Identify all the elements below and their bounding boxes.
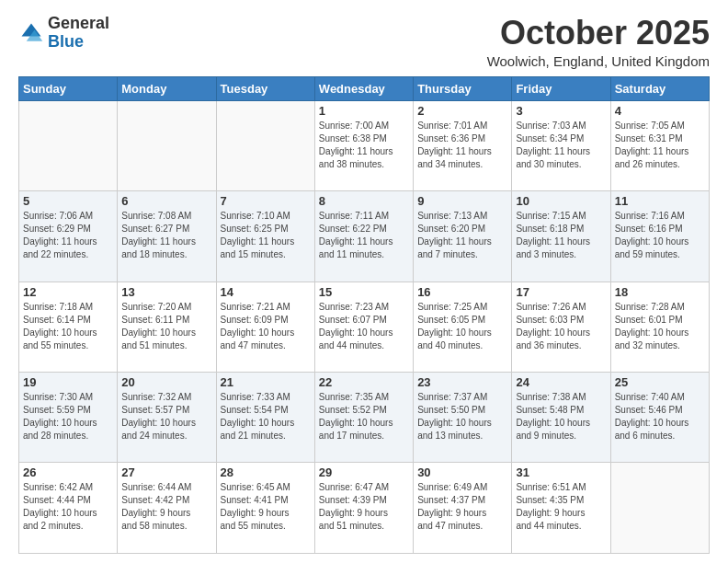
calendar-day-cell: 11Sunrise: 7:16 AM Sunset: 6:16 PM Dayli… [610, 191, 709, 282]
day-number: 27 [121, 465, 211, 479]
day-info: Sunrise: 6:44 AM Sunset: 4:42 PM Dayligh… [121, 481, 211, 533]
day-number: 12 [23, 285, 113, 299]
day-info: Sunrise: 7:23 AM Sunset: 6:07 PM Dayligh… [319, 301, 409, 352]
calendar-day-cell: 31Sunrise: 6:51 AM Sunset: 4:35 PM Dayli… [512, 463, 610, 554]
calendar-day-header: Sunday [19, 76, 118, 100]
day-info: Sunrise: 7:08 AM Sunset: 6:27 PM Dayligh… [121, 210, 211, 261]
calendar-day-cell: 26Sunrise: 6:42 AM Sunset: 4:44 PM Dayli… [19, 463, 118, 554]
day-number: 5 [23, 194, 113, 208]
day-info: Sunrise: 7:20 AM Sunset: 6:11 PM Dayligh… [121, 301, 211, 352]
day-info: Sunrise: 7:10 AM Sunset: 6:25 PM Dayligh… [221, 210, 311, 261]
calendar-day-cell: 24Sunrise: 7:38 AM Sunset: 5:48 PM Dayli… [512, 373, 610, 463]
calendar-day-cell [216, 100, 314, 190]
day-number: 11 [615, 194, 705, 208]
day-info: Sunrise: 6:49 AM Sunset: 4:37 PM Dayligh… [417, 481, 507, 533]
day-number: 16 [417, 285, 507, 299]
day-info: Sunrise: 7:40 AM Sunset: 5:46 PM Dayligh… [615, 391, 705, 442]
day-number: 2 [417, 104, 507, 118]
calendar-day-cell: 22Sunrise: 7:35 AM Sunset: 5:52 PM Dayli… [314, 373, 413, 463]
day-info: Sunrise: 6:51 AM Sunset: 4:35 PM Dayligh… [516, 481, 606, 533]
day-number: 23 [417, 375, 507, 389]
day-info: Sunrise: 7:13 AM Sunset: 6:20 PM Dayligh… [417, 210, 507, 261]
day-info: Sunrise: 7:37 AM Sunset: 5:50 PM Dayligh… [417, 391, 507, 442]
calendar-header-row: SundayMondayTuesdayWednesdayThursdayFrid… [19, 76, 710, 100]
day-info: Sunrise: 7:35 AM Sunset: 5:52 PM Dayligh… [319, 391, 409, 442]
calendar-day-cell: 27Sunrise: 6:44 AM Sunset: 4:42 PM Dayli… [118, 463, 216, 554]
calendar-day-cell: 28Sunrise: 6:45 AM Sunset: 4:41 PM Dayli… [216, 463, 314, 554]
calendar-day-cell: 25Sunrise: 7:40 AM Sunset: 5:46 PM Dayli… [610, 373, 709, 463]
day-number: 29 [319, 465, 409, 479]
calendar-day-cell: 3Sunrise: 7:03 AM Sunset: 6:34 PM Daylig… [512, 100, 610, 190]
day-number: 14 [221, 285, 311, 299]
calendar-week-row: 5Sunrise: 7:06 AM Sunset: 6:29 PM Daylig… [19, 191, 710, 282]
page: General Blue October 2025 Woolwich, Engl… [0, 0, 728, 563]
day-info: Sunrise: 7:26 AM Sunset: 6:03 PM Dayligh… [516, 301, 606, 352]
logo-general-text: General [48, 14, 109, 32]
calendar-day-cell: 15Sunrise: 7:23 AM Sunset: 6:07 PM Dayli… [314, 282, 413, 372]
month-title: October 2025 [487, 15, 710, 52]
day-info: Sunrise: 6:47 AM Sunset: 4:39 PM Dayligh… [319, 481, 409, 533]
calendar-day-cell: 12Sunrise: 7:18 AM Sunset: 6:14 PM Dayli… [19, 282, 118, 372]
day-number: 22 [319, 375, 409, 389]
calendar-day-cell [610, 463, 709, 554]
calendar-day-cell: 16Sunrise: 7:25 AM Sunset: 6:05 PM Dayli… [414, 282, 512, 372]
calendar-day-cell [19, 100, 118, 190]
day-info: Sunrise: 7:16 AM Sunset: 6:16 PM Dayligh… [615, 210, 705, 261]
calendar-day-cell: 10Sunrise: 7:15 AM Sunset: 6:18 PM Dayli… [512, 191, 610, 282]
day-number: 6 [121, 194, 211, 208]
header: General Blue October 2025 Woolwich, Engl… [18, 15, 710, 69]
day-number: 24 [516, 375, 606, 389]
day-info: Sunrise: 7:32 AM Sunset: 5:57 PM Dayligh… [121, 391, 211, 442]
logo-blue-text: Blue [48, 32, 84, 51]
day-info: Sunrise: 7:25 AM Sunset: 6:05 PM Dayligh… [417, 301, 507, 352]
logo-icon [18, 20, 44, 46]
calendar-day-cell [118, 100, 216, 190]
day-number: 31 [516, 465, 606, 479]
calendar-day-cell: 7Sunrise: 7:10 AM Sunset: 6:25 PM Daylig… [216, 191, 314, 282]
day-number: 7 [221, 194, 311, 208]
calendar-day-cell: 1Sunrise: 7:00 AM Sunset: 6:38 PM Daylig… [314, 100, 413, 190]
calendar-day-cell: 29Sunrise: 6:47 AM Sunset: 4:39 PM Dayli… [314, 463, 413, 554]
day-number: 21 [221, 375, 311, 389]
day-number: 20 [121, 375, 211, 389]
day-info: Sunrise: 7:05 AM Sunset: 6:31 PM Dayligh… [615, 120, 705, 171]
calendar-week-row: 19Sunrise: 7:30 AM Sunset: 5:59 PM Dayli… [19, 373, 710, 463]
day-info: Sunrise: 7:38 AM Sunset: 5:48 PM Dayligh… [516, 391, 606, 442]
calendar-day-cell: 18Sunrise: 7:28 AM Sunset: 6:01 PM Dayli… [610, 282, 709, 372]
day-info: Sunrise: 7:30 AM Sunset: 5:59 PM Dayligh… [23, 391, 113, 442]
day-info: Sunrise: 7:15 AM Sunset: 6:18 PM Dayligh… [516, 210, 606, 261]
day-number: 19 [23, 375, 113, 389]
day-number: 17 [516, 285, 606, 299]
calendar-day-cell: 19Sunrise: 7:30 AM Sunset: 5:59 PM Dayli… [19, 373, 118, 463]
location: Woolwich, England, United Kingdom [487, 53, 710, 69]
calendar-table: SundayMondayTuesdayWednesdayThursdayFrid… [18, 76, 710, 554]
day-number: 3 [516, 104, 606, 118]
calendar-day-cell: 9Sunrise: 7:13 AM Sunset: 6:20 PM Daylig… [414, 191, 512, 282]
day-number: 8 [319, 194, 409, 208]
day-info: Sunrise: 7:00 AM Sunset: 6:38 PM Dayligh… [319, 120, 409, 171]
day-number: 9 [417, 194, 507, 208]
calendar-day-cell: 8Sunrise: 7:11 AM Sunset: 6:22 PM Daylig… [314, 191, 413, 282]
day-info: Sunrise: 7:06 AM Sunset: 6:29 PM Dayligh… [23, 210, 113, 261]
calendar-day-header: Thursday [414, 76, 512, 100]
calendar-day-cell: 4Sunrise: 7:05 AM Sunset: 6:31 PM Daylig… [610, 100, 709, 190]
day-info: Sunrise: 6:45 AM Sunset: 4:41 PM Dayligh… [221, 481, 311, 533]
calendar-day-cell: 2Sunrise: 7:01 AM Sunset: 6:36 PM Daylig… [414, 100, 512, 190]
calendar-day-cell: 13Sunrise: 7:20 AM Sunset: 6:11 PM Dayli… [118, 282, 216, 372]
day-info: Sunrise: 7:18 AM Sunset: 6:14 PM Dayligh… [23, 301, 113, 352]
calendar-day-cell: 17Sunrise: 7:26 AM Sunset: 6:03 PM Dayli… [512, 282, 610, 372]
calendar-day-cell: 30Sunrise: 6:49 AM Sunset: 4:37 PM Dayli… [414, 463, 512, 554]
day-number: 1 [319, 104, 409, 118]
day-number: 13 [121, 285, 211, 299]
day-info: Sunrise: 7:03 AM Sunset: 6:34 PM Dayligh… [516, 120, 606, 171]
calendar-week-row: 1Sunrise: 7:00 AM Sunset: 6:38 PM Daylig… [19, 100, 710, 190]
calendar-day-header: Saturday [610, 76, 709, 100]
calendar-day-header: Friday [512, 76, 610, 100]
day-info: Sunrise: 7:21 AM Sunset: 6:09 PM Dayligh… [221, 301, 311, 352]
calendar-day-cell: 6Sunrise: 7:08 AM Sunset: 6:27 PM Daylig… [118, 191, 216, 282]
calendar-week-row: 26Sunrise: 6:42 AM Sunset: 4:44 PM Dayli… [19, 463, 710, 554]
title-area: October 2025 Woolwich, England, United K… [487, 15, 710, 69]
day-number: 15 [319, 285, 409, 299]
logo: General Blue [18, 15, 109, 52]
calendar-day-cell: 23Sunrise: 7:37 AM Sunset: 5:50 PM Dayli… [414, 373, 512, 463]
